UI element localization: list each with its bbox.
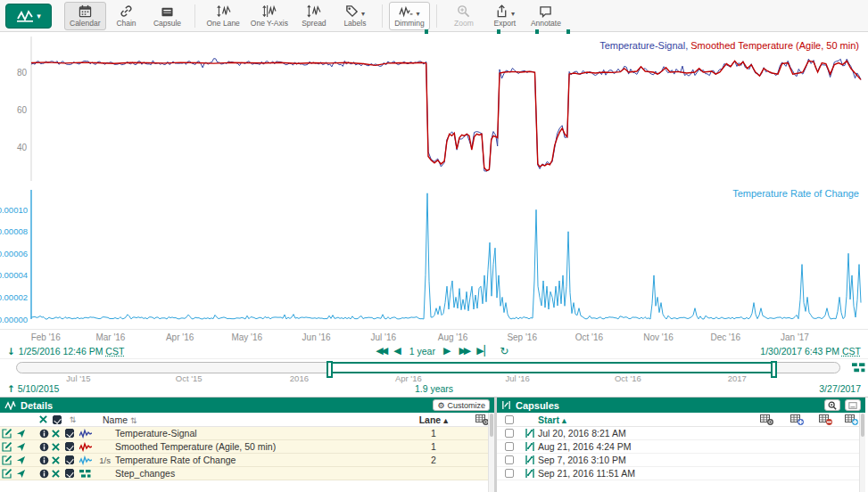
capsule-search-button[interactable] <box>824 399 840 411</box>
item-lane: 2 <box>410 455 457 465</box>
timezone-link-end[interactable]: CST <box>842 346 861 357</box>
annotate-button[interactable]: Annotate <box>525 2 566 30</box>
add-stat-column-icon[interactable] <box>780 414 814 425</box>
lane2-legend: Temperature Rate of Change <box>732 188 859 199</box>
chain-button[interactable]: Chain <box>106 2 147 30</box>
dimming-button[interactable]: ▾Dimming <box>389 2 430 30</box>
select-all-checkbox[interactable] <box>49 415 64 424</box>
calendar-button[interactable]: Calendar <box>64 2 106 30</box>
item-info-icon[interactable] <box>37 469 50 479</box>
step-back-full-button[interactable]: ◀◀ <box>376 345 385 357</box>
capsule-start-tick <box>535 29 539 34</box>
capsule-panel-collapse-button[interactable] <box>845 399 861 411</box>
timebar-track[interactable] <box>16 362 840 373</box>
remove-item-icon[interactable] <box>50 430 62 438</box>
investigate-end-label[interactable]: 3/27/2017 <box>819 383 861 394</box>
edit-item-icon[interactable] <box>0 441 14 452</box>
annotate-icon <box>539 5 552 18</box>
item-info-icon[interactable] <box>37 442 50 452</box>
export-button[interactable]: ▾Export <box>484 2 525 30</box>
capsule-start-value: Sep 7, 2016 3:10 PM <box>538 455 626 465</box>
svg-text:80: 80 <box>17 68 28 78</box>
capsule-time-icon[interactable] <box>852 362 865 373</box>
one-y-axis-button[interactable]: One Y-Axis <box>245 2 293 30</box>
step-forward-half-button[interactable]: ▶ <box>443 345 451 357</box>
item-checkbox[interactable] <box>62 429 77 438</box>
capsule-checkbox[interactable] <box>497 429 522 438</box>
capsule-column-settings-icon[interactable] <box>753 414 780 425</box>
navigate-item-icon[interactable] <box>14 442 27 452</box>
sort-by-type-button[interactable]: ⇅ <box>64 415 81 424</box>
navigate-item-icon[interactable] <box>14 469 27 479</box>
zoom-button: Zoom <box>443 2 484 30</box>
range-start-label[interactable]: ↓ 1/25/2016 12:46 PM CST <box>7 346 124 357</box>
capsule-button[interactable]: Capsule <box>147 2 188 30</box>
capsule-checkbox[interactable] <box>497 469 522 478</box>
timebar-left-handle[interactable] <box>327 361 333 378</box>
item-name[interactable]: Step_changes <box>113 468 410 479</box>
details-panel: Details ⚙ Customize ⇅ Name ⇅ Lane ▴ T <box>0 398 497 492</box>
trend-lane-2[interactable]: 0.000100.000080.000060.000040.000020.000… <box>0 183 868 328</box>
remove-item-icon[interactable] <box>50 470 62 478</box>
item-checkbox[interactable] <box>62 455 77 464</box>
customize-button[interactable]: ⚙ Customize <box>433 399 490 411</box>
edit-item-icon[interactable] <box>0 455 14 465</box>
remove-item-icon[interactable] <box>50 443 62 451</box>
timebar-tick-label: 2016 <box>290 373 309 383</box>
item-checkbox[interactable] <box>62 469 77 478</box>
remove-all-button[interactable] <box>37 415 49 423</box>
range-end-label[interactable]: 1/30/2017 6:43 PM CST <box>760 346 861 357</box>
edit-item-icon[interactable] <box>0 428 14 439</box>
item-lane: 1 <box>410 441 457 452</box>
edit-item-icon[interactable] <box>0 468 14 479</box>
step-forward-full-button[interactable]: ▶▶ <box>459 345 468 357</box>
select-all-capsules-checkbox[interactable] <box>497 415 522 424</box>
details-row[interactable]: Step_changes <box>0 467 494 480</box>
item-name[interactable]: Temperature Rate of Change <box>113 455 410 465</box>
time-axis[interactable]: Feb '16Mar '16Apr '16May '16Jun '16Jul '… <box>0 329 868 343</box>
legend-temperature-signal[interactable]: Temperature-Signal <box>599 40 685 51</box>
capsule-row[interactable]: Aug 21, 2016 4:24 PM <box>497 440 865 454</box>
item-name[interactable]: Smoothed Temperature (Agile, 50 min) <box>113 441 410 452</box>
item-name[interactable]: Temperature-Signal <box>113 428 410 439</box>
capsules-scrollbar[interactable] <box>859 413 865 492</box>
one-lane-button[interactable]: One Lane <box>202 2 245 30</box>
capsule-checkbox[interactable] <box>497 455 522 464</box>
details-panel-header: Details ⚙ Customize <box>0 398 494 413</box>
auto-update-icon[interactable]: ↻ <box>500 345 508 357</box>
toolbar-separator <box>436 4 437 28</box>
details-row[interactable]: 1/sTemperature Rate of Change2 <box>0 454 494 467</box>
legend-temperature-rate-of-change[interactable]: Temperature Rate of Change <box>732 188 859 199</box>
worksheet-view-dropdown-button[interactable]: ▾ <box>5 4 52 29</box>
item-checkbox[interactable] <box>62 442 77 451</box>
timebar-right-handle[interactable] <box>771 361 777 378</box>
capsule-checkbox[interactable] <box>497 442 522 451</box>
details-scrollbar[interactable] <box>488 413 494 492</box>
start-column-header[interactable]: Start ▴ <box>538 414 566 425</box>
capsule-row[interactable]: Jul 20, 2016 8:21 AM <box>497 427 865 440</box>
capsule-row[interactable]: Sep 7, 2016 3:10 PM <box>497 454 865 467</box>
step-to-end-button[interactable]: ▶▏ <box>476 345 492 357</box>
zoom-icon <box>457 4 470 18</box>
step-back-half-button[interactable]: ◀ <box>393 345 401 357</box>
spread-button[interactable]: Spread <box>293 2 335 30</box>
item-info-icon[interactable] <box>37 429 50 439</box>
labels-button[interactable]: ▾Labels <box>335 2 376 30</box>
x-axis-tick-label: Nov '16 <box>643 332 674 342</box>
timebar-selected-range[interactable] <box>329 362 774 373</box>
navigate-item-icon[interactable] <box>14 429 27 439</box>
legend-smoothed-temperature[interactable]: Smoothed Temperature (Agile, 50 min) <box>690 40 859 51</box>
trend-lane-1[interactable]: 806040 Temperature-Signal, Smoothed Temp… <box>0 35 868 183</box>
timezone-link[interactable]: CST <box>105 346 124 357</box>
svg-text:0.00004: 0.00004 <box>0 270 28 280</box>
item-info-icon[interactable] <box>37 455 50 465</box>
remove-column-icon[interactable] <box>814 414 837 425</box>
lane-column-header[interactable]: Lane ▴ <box>410 414 457 425</box>
navigate-item-icon[interactable] <box>14 455 27 465</box>
name-column-header[interactable]: Name ⇅ <box>101 414 410 425</box>
details-row[interactable]: Temperature-Signal1 <box>0 427 494 440</box>
investigate-start-label[interactable]: ↑ 5/10/2015 <box>7 383 59 394</box>
capsule-row[interactable]: Sep 21, 2016 11:51 AM <box>497 467 865 480</box>
remove-item-icon[interactable] <box>50 456 62 464</box>
details-row[interactable]: Smoothed Temperature (Agile, 50 min)1 <box>0 440 494 454</box>
